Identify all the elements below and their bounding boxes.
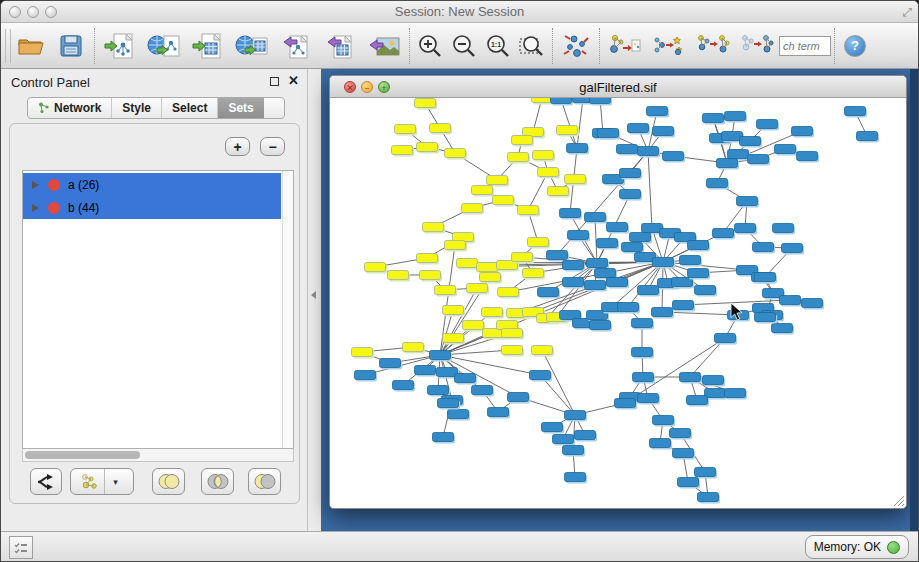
close-panel-icon[interactable]: ✕	[288, 73, 299, 88]
zoom-out-button[interactable]	[447, 26, 481, 66]
network-window-titlebar[interactable]: ✕ − + galFiltered.sif	[330, 76, 906, 98]
graph-node-blue[interactable]	[530, 371, 551, 380]
graph-node-blue[interactable]	[393, 381, 414, 390]
graph-node-blue[interactable]	[703, 114, 724, 123]
graph-node-blue[interactable]	[638, 394, 659, 403]
network-diff-button[interactable]	[735, 26, 779, 66]
remove-set-button[interactable]: −	[260, 137, 285, 156]
graph-node-yellow[interactable]	[352, 348, 373, 357]
graph-node-blue[interactable]	[740, 137, 761, 146]
graph-node-blue[interactable]	[508, 393, 529, 402]
graph-node-yellow[interactable]	[430, 124, 451, 133]
graph-node-blue[interactable]	[560, 209, 581, 218]
graph-node-blue[interactable]	[598, 129, 619, 138]
network-view-window[interactable]: ✕ − + galFiltered.sif	[329, 75, 907, 509]
graph-node-blue[interactable]	[737, 197, 758, 206]
graph-node-blue[interactable]	[728, 150, 749, 159]
create-set-from-selection-button[interactable]: ▾	[70, 468, 134, 495]
memory-status-button[interactable]: Memory: OK	[805, 535, 909, 559]
graph-node-yellow[interactable]	[518, 206, 539, 215]
graph-node-blue[interactable]	[563, 278, 584, 287]
network-merge-button[interactable]	[691, 26, 735, 66]
graph-node-blue[interactable]	[647, 107, 668, 116]
graph-node-blue[interactable]	[607, 223, 628, 232]
graph-node-blue[interactable]	[672, 278, 693, 287]
graph-node-blue[interactable]	[472, 386, 493, 395]
zoom-actual-size-button[interactable]: 1:1	[481, 26, 515, 66]
fullscreen-icon[interactable]: ⤢	[902, 5, 912, 19]
graph-node-blue[interactable]	[617, 145, 638, 154]
search-input[interactable]	[779, 36, 831, 56]
graph-node-yellow[interactable]	[417, 143, 438, 152]
graph-node-yellow[interactable]	[538, 168, 559, 177]
graph-node-blue[interactable]	[780, 296, 801, 305]
graph-node-blue[interactable]	[628, 124, 649, 133]
graph-node-blue[interactable]	[797, 152, 818, 161]
graph-node-blue[interactable]	[703, 376, 724, 385]
graph-node-yellow[interactable]	[395, 125, 416, 134]
graph-node-blue[interactable]	[773, 224, 794, 233]
network-canvas[interactable]	[330, 98, 906, 509]
graph-node-blue[interactable]	[748, 155, 769, 164]
resize-grip-icon[interactable]	[894, 496, 904, 506]
graph-node-yellow[interactable]	[445, 149, 466, 158]
horizontal-scrollbar[interactable]	[22, 449, 294, 462]
graph-node-blue[interactable]	[688, 269, 709, 278]
graph-node-yellow[interactable]	[523, 269, 544, 278]
graph-node-yellow[interactable]	[557, 126, 578, 135]
graph-node-blue[interactable]	[632, 348, 653, 357]
graph-node-blue[interactable]	[355, 371, 376, 380]
graph-node-blue[interactable]	[757, 120, 778, 129]
graph-node-yellow[interactable]	[457, 259, 478, 268]
import-table-url-button[interactable]	[230, 26, 274, 66]
graph-node-blue[interactable]	[430, 351, 451, 360]
graph-node-blue[interactable]	[547, 251, 568, 260]
graph-node-blue[interactable]	[707, 179, 728, 188]
export-table-button[interactable]	[318, 26, 362, 66]
graph-node-yellow[interactable]	[493, 196, 514, 205]
graph-node-yellow[interactable]	[502, 346, 523, 355]
import-network-url-button[interactable]	[142, 26, 186, 66]
new-network-from-selection-button[interactable]	[603, 26, 647, 66]
graph-node-blue[interactable]	[553, 435, 574, 444]
graph-node-yellow[interactable]	[443, 306, 464, 315]
graph-node-yellow[interactable]	[482, 308, 503, 317]
graph-node-blue[interactable]	[680, 256, 701, 265]
graph-node-blue[interactable]	[638, 286, 659, 295]
graph-node-yellow[interactable]	[502, 329, 523, 338]
graph-node-blue[interactable]	[695, 286, 716, 295]
graph-node-blue[interactable]	[755, 313, 776, 322]
sets-list[interactable]: a (26) b (44)	[22, 170, 294, 449]
import-table-file-button[interactable]	[186, 26, 230, 66]
graph-node-blue[interactable]	[622, 243, 643, 252]
graph-node-blue[interactable]	[618, 303, 639, 312]
graph-node-yellow[interactable]	[508, 153, 529, 162]
graph-node-blue[interactable]	[725, 389, 746, 398]
difference-sets-button[interactable]	[248, 468, 281, 495]
graph-node-yellow[interactable]	[532, 98, 553, 103]
export-network-button[interactable]	[274, 26, 318, 66]
graph-node-blue[interactable]	[428, 386, 449, 395]
graph-node-blue[interactable]	[680, 373, 701, 382]
graph-node-blue[interactable]	[448, 410, 469, 419]
tab-sets[interactable]: Sets	[218, 98, 263, 118]
graph-node-blue[interactable]	[488, 408, 509, 417]
add-set-button[interactable]: +	[225, 137, 250, 156]
graph-node-yellow[interactable]	[463, 321, 484, 330]
graph-node-blue[interactable]	[630, 233, 651, 242]
graph-node-blue[interactable]	[687, 396, 708, 405]
graph-node-blue[interactable]	[438, 399, 459, 408]
graph-node-yellow[interactable]	[445, 241, 466, 250]
graph-node-blue[interactable]	[705, 389, 726, 398]
scrollbar-thumb[interactable]	[25, 451, 140, 459]
graph-node-blue[interactable]	[455, 374, 476, 383]
graph-node-yellow[interactable]	[565, 175, 586, 184]
graph-node-yellow[interactable]	[498, 288, 519, 297]
graph-node-yellow[interactable]	[533, 151, 554, 160]
zoom-in-button[interactable]	[413, 26, 447, 66]
graph-node-blue[interactable]	[575, 431, 596, 440]
list-item-set-a[interactable]: a (26)	[23, 173, 281, 196]
graph-node-blue[interactable]	[585, 213, 606, 222]
save-session-button[interactable]	[51, 26, 91, 66]
graph-node-blue[interactable]	[845, 107, 866, 116]
